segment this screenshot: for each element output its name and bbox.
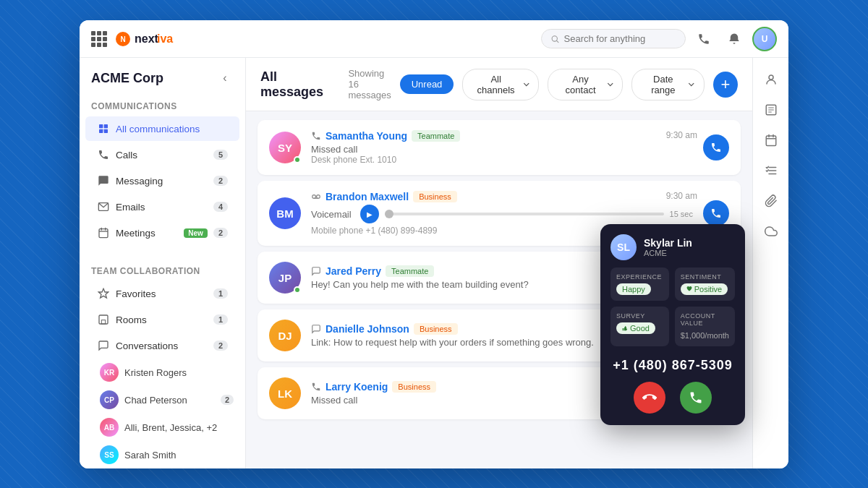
svg-rect-6	[99, 124, 103, 128]
brandon-maxwell-call-button[interactable]	[703, 200, 729, 226]
messaging-label: Messaging	[116, 176, 208, 187]
right-sidebar	[752, 58, 788, 468]
unread-filter-button[interactable]: Unread	[400, 74, 454, 94]
voicemail-play-button[interactable]: ▶	[360, 205, 379, 223]
survey-value: Good	[616, 322, 663, 334]
right-sidebar-cloud-button[interactable]	[758, 218, 784, 244]
all-channels-label: All channels	[472, 74, 520, 95]
popup-decline-button[interactable]	[634, 382, 665, 414]
search-input[interactable]	[564, 33, 676, 44]
phone-nav-button[interactable]	[692, 27, 716, 51]
brandon-maxwell-name[interactable]: Brandon Maxwell	[326, 191, 409, 202]
voicemail-progress-thumb	[385, 210, 393, 218]
popup-contact-info: Skylar Lin ACME	[644, 237, 692, 257]
sidebar-item-calls[interactable]: Calls 5	[85, 142, 239, 167]
call-type-icon	[311, 131, 321, 141]
rooms-badge: 1	[213, 314, 228, 325]
message-card-samantha-young[interactable]: SY Samantha Young Teammate Missed call D…	[258, 120, 741, 175]
account-value-label: ACCOUNT VALUE	[681, 312, 729, 327]
call-popup: SL Skylar Lin ACME EXPERIENCE Happy SENT…	[600, 224, 745, 425]
chevron-down-icon-2	[607, 81, 613, 88]
svg-rect-17	[101, 320, 105, 324]
popup-phone-number: +1 (480) 867-5309	[600, 354, 745, 382]
chad-peterson-label: Chad Peterson	[124, 395, 215, 406]
voicemail-progress-bar[interactable]	[385, 213, 664, 215]
emails-icon	[97, 200, 110, 213]
sentiment-value: Positive	[681, 283, 729, 295]
sidebar-item-favorites[interactable]: Favorites 1	[85, 281, 239, 306]
date-range-filter-button[interactable]: Date range	[631, 69, 705, 100]
survey-label: SURVEY	[616, 312, 663, 320]
rooms-label: Rooms	[116, 314, 208, 325]
all-communications-icon	[97, 122, 110, 135]
svg-text:next: next	[135, 33, 159, 45]
chad-peterson-badge: 2	[221, 395, 234, 405]
top-nav: N next iva U	[80, 20, 788, 58]
brandon-maxwell-avatar: BM	[269, 197, 301, 229]
brandon-maxwell-time: 9:30 am	[666, 191, 697, 201]
survey-stat: SURVEY Good	[610, 307, 669, 346]
sidebar-item-emails[interactable]: Emails 4	[85, 194, 239, 219]
grid-icon[interactable]	[91, 31, 107, 47]
right-sidebar-contacts-button[interactable]	[758, 67, 784, 93]
sub-item-sarah-smith[interactable]: SS Sarah Smith	[80, 441, 245, 468]
voicemail-label: Voicemail	[311, 209, 352, 220]
svg-line-5	[557, 40, 558, 42]
sentiment-stat: SENTIMENT Positive	[675, 267, 735, 301]
right-sidebar-attachments-button[interactable]	[758, 188, 784, 214]
popup-contact-name: Skylar Lin	[644, 237, 692, 249]
danielle-johnson-name[interactable]: Danielle Johnson	[326, 323, 409, 335]
meetings-icon	[97, 226, 110, 239]
logo: N next iva	[116, 30, 535, 48]
sidebar-item-rooms[interactable]: Rooms 1	[85, 307, 239, 332]
kristen-rogers-label: Kristen Rogers	[124, 367, 234, 378]
popup-answer-button[interactable]	[680, 382, 712, 414]
user-avatar[interactable]: U	[752, 27, 777, 51]
emails-label: Emails	[116, 202, 208, 213]
any-contact-filter-button[interactable]: Any contact	[548, 69, 623, 100]
answer-icon	[689, 390, 703, 405]
larry-koenig-name[interactable]: Larry Koenig	[326, 381, 388, 393]
attachments-icon	[765, 194, 778, 207]
collapse-sidebar-button[interactable]: ‹	[216, 69, 234, 87]
notifications-button[interactable]	[722, 27, 746, 51]
larry-koenig-avatar: LK	[269, 377, 301, 409]
jared-perry-name[interactable]: Jared Perry	[326, 265, 381, 277]
sidebar-item-all-communications[interactable]: All communications	[85, 116, 239, 141]
search-bar[interactable]	[541, 29, 686, 48]
emails-badge: 4	[213, 202, 228, 212]
sub-item-chad-peterson[interactable]: CP Chad Peterson 2	[80, 386, 245, 414]
experience-chip: Happy	[616, 283, 651, 295]
samantha-young-call-button[interactable]	[703, 134, 729, 160]
favorites-label: Favorites	[116, 288, 208, 299]
sidebar-item-messaging[interactable]: Messaging 2	[85, 168, 239, 193]
meetings-label: Meetings	[116, 228, 178, 239]
chevron-down-icon-3	[688, 81, 694, 88]
experience-stat: EXPERIENCE Happy	[610, 267, 669, 301]
thumb-icon	[622, 325, 628, 331]
sub-item-kristen-rogers[interactable]: KR Kristen Rogers	[80, 359, 245, 386]
cloud-icon	[765, 225, 778, 238]
right-sidebar-calendar-button[interactable]	[758, 127, 784, 153]
all-channels-filter-button[interactable]: All channels	[462, 69, 539, 100]
add-message-button[interactable]: +	[713, 72, 738, 98]
heart-icon	[686, 286, 692, 292]
samantha-young-name[interactable]: Samantha Young	[326, 130, 407, 142]
jared-perry-avatar: JP	[269, 262, 301, 294]
account-value-period: /month	[705, 331, 729, 340]
notes-icon	[765, 103, 778, 116]
right-sidebar-tasks-button[interactable]	[758, 158, 784, 184]
svg-rect-9	[104, 129, 108, 133]
conversations-label: Conversations	[116, 341, 208, 351]
sidebar-item-meetings[interactable]: Meetings New 2	[85, 221, 239, 245]
sidebar-item-conversations[interactable]: Conversations 2	[85, 333, 239, 358]
svg-point-19	[317, 195, 320, 199]
bell-icon	[728, 33, 741, 46]
alli-group-label: Alli, Brent, Jessica, +2	[124, 422, 234, 433]
right-sidebar-notes-button[interactable]	[758, 97, 784, 123]
sub-item-alli-group[interactable]: AB Alli, Brent, Jessica, +2	[80, 414, 245, 441]
larry-koenig-tag: Business	[392, 381, 436, 393]
contacts-icon	[765, 73, 778, 86]
any-contact-label: Any contact	[557, 74, 603, 95]
rooms-icon	[97, 313, 110, 326]
